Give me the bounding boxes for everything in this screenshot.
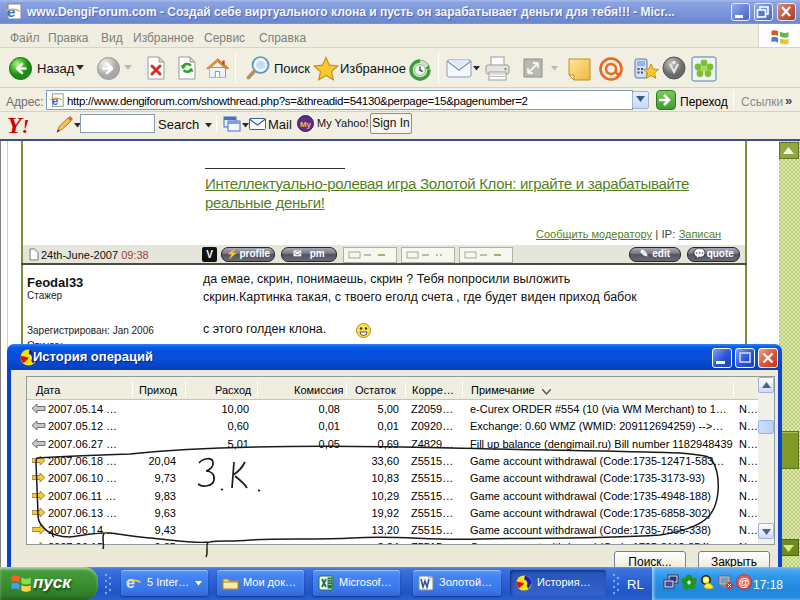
svg-text:e: e: [7, 3, 15, 20]
svg-text:@: @: [739, 576, 750, 588]
svg-text:My: My: [300, 120, 312, 129]
svg-text:e: e: [52, 94, 59, 108]
